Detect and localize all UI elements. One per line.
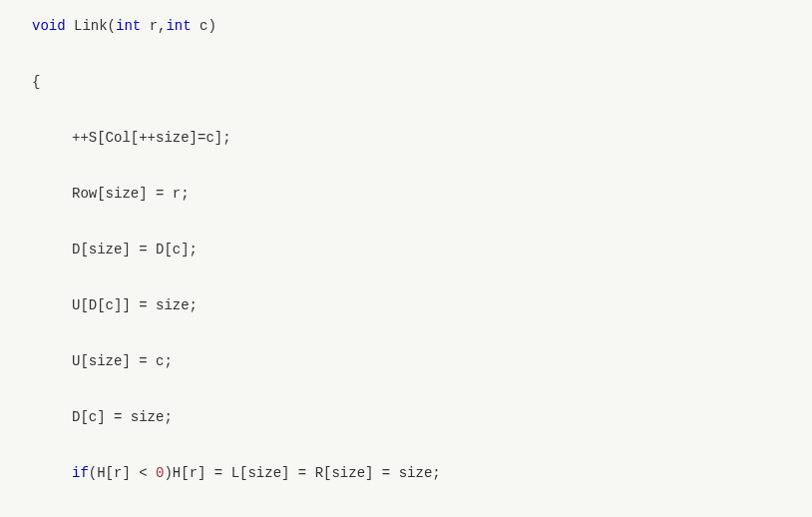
- if-cond-a: (H[r] <: [89, 465, 156, 481]
- code-line: Row[size] = r;: [0, 180, 812, 208]
- keyword-void: void: [32, 18, 66, 34]
- stmt: U[size] = c;: [72, 353, 173, 369]
- if-cond-b: )H[r] = L[size] = R[size] = size;: [164, 465, 440, 481]
- keyword-if: if: [72, 465, 89, 481]
- fn-name: Link(: [66, 18, 116, 34]
- code-line: U[D[c]] = size;: [0, 291, 812, 319]
- code-line: {: [0, 68, 812, 96]
- keyword-int: int: [116, 18, 141, 34]
- code-line: void Link(int r,int c): [0, 12, 812, 40]
- code-line: if(H[r] < 0)H[r] = L[size] = R[size] = s…: [0, 459, 812, 487]
- stmt: D[c] = size;: [72, 409, 173, 425]
- code-block: void Link(int r,int c) { ++S[Col[++size]…: [0, 0, 812, 517]
- stmt: D[size] = D[c];: [72, 242, 198, 258]
- keyword-int: int: [166, 18, 191, 34]
- brace-open: {: [32, 74, 40, 90]
- param-r: r,: [141, 18, 166, 34]
- code-line: D[c] = size;: [0, 403, 812, 431]
- code-line: U[size] = c;: [0, 347, 812, 375]
- code-line: D[size] = D[c];: [0, 236, 812, 263]
- stmt: ++S[Col[++size]=c];: [72, 130, 231, 146]
- param-c: c): [192, 18, 216, 34]
- stmt: U[D[c]] = size;: [72, 297, 198, 313]
- stmt: Row[size] = r;: [72, 186, 190, 202]
- code-line: ++S[Col[++size]=c];: [0, 124, 812, 152]
